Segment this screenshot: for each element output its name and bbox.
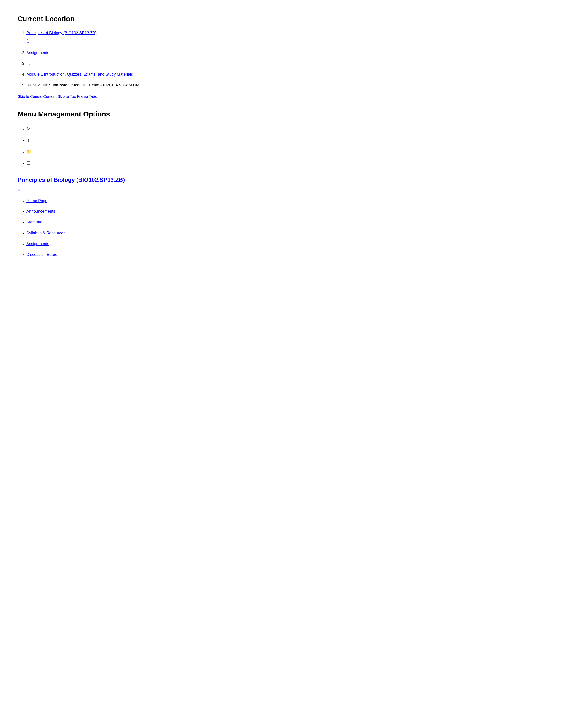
skip-links[interactable]: Skip to Course Content Skip to Top Frame…: [18, 94, 545, 99]
breadcrumb-item-1: Principles of Biology (BIO102.SP13.ZB) ⤵: [26, 30, 545, 45]
breadcrumb-heading: Current Location: [18, 13, 545, 24]
breadcrumb-item-2: Assignments: [26, 50, 545, 56]
nav-link-syllabus[interactable]: Syllabus & Resources: [26, 231, 65, 235]
nav-link-staff-info[interactable]: Staff Info: [26, 220, 42, 224]
nav-item-syllabus: Syllabus & Resources: [26, 230, 545, 236]
nav-link-assignments[interactable]: Assignments: [26, 242, 49, 246]
nav-item-staff-info: Staff Info: [26, 219, 545, 225]
menu-icon-item-list: ☰: [26, 159, 545, 167]
folder-icon[interactable]: 📁: [26, 149, 32, 154]
breadcrumb-link-3[interactable]: ...: [26, 61, 30, 66]
breadcrumb-item-4: Module 1 Introduction, Quizzes, Exams, a…: [26, 71, 545, 78]
nav-item-discussion-board: Discussion Board: [26, 251, 545, 258]
breadcrumb-link-4[interactable]: Module 1 Introduction, Quizzes, Exams, a…: [26, 72, 133, 77]
menu-icon-item-folder: 📁: [26, 148, 545, 155]
chevron-right-icon: »: [18, 186, 545, 194]
menu-icon-item-refresh: ↻: [26, 125, 545, 132]
breadcrumb-static-5: Review Test Submission: Module 1 Exam - …: [26, 83, 139, 87]
course-title: Principles of Biology (BIO102.SP13.ZB): [18, 175, 545, 185]
breadcrumb-list: Principles of Biology (BIO102.SP13.ZB) ⤵…: [26, 30, 545, 88]
monitor-icon[interactable]: ◫: [26, 138, 31, 143]
nav-link-announcements[interactable]: Announcements: [26, 209, 55, 214]
breadcrumb-item-5: Review Test Submission: Module 1 Exam - …: [26, 82, 545, 88]
course-nav-list: Home Page Announcements Staff Info Sylla…: [26, 198, 545, 258]
breadcrumb-item-3: ...: [26, 60, 545, 67]
breadcrumb-link-1[interactable]: Principles of Biology (BIO102.SP13.ZB): [26, 31, 96, 35]
menu-section: Menu Management Options ↻ ◫ 📁 ☰: [18, 109, 545, 167]
breadcrumb-link-2[interactable]: Assignments: [26, 51, 49, 55]
menu-icon-item-monitor: ◫: [26, 137, 545, 144]
nav-link-discussion-board[interactable]: Discussion Board: [26, 252, 57, 257]
chevron-down-icon: ⤵: [26, 38, 545, 45]
refresh-icon[interactable]: ↻: [26, 126, 30, 131]
nav-item-announcements: Announcements: [26, 208, 545, 215]
nav-link-homepage[interactable]: Home Page: [26, 199, 47, 203]
course-section: Principles of Biology (BIO102.SP13.ZB) »…: [18, 175, 545, 258]
menu-icons-list: ↻ ◫ 📁 ☰: [26, 125, 545, 167]
nav-item-homepage: Home Page: [26, 198, 545, 204]
menu-management-heading: Menu Management Options: [18, 109, 545, 120]
nav-item-assignments: Assignments: [26, 241, 545, 247]
course-title-link[interactable]: Principles of Biology (BIO102.SP13.ZB): [18, 176, 125, 183]
list-icon[interactable]: ☰: [26, 161, 30, 165]
breadcrumb-section: Current Location Principles of Biology (…: [18, 13, 545, 100]
